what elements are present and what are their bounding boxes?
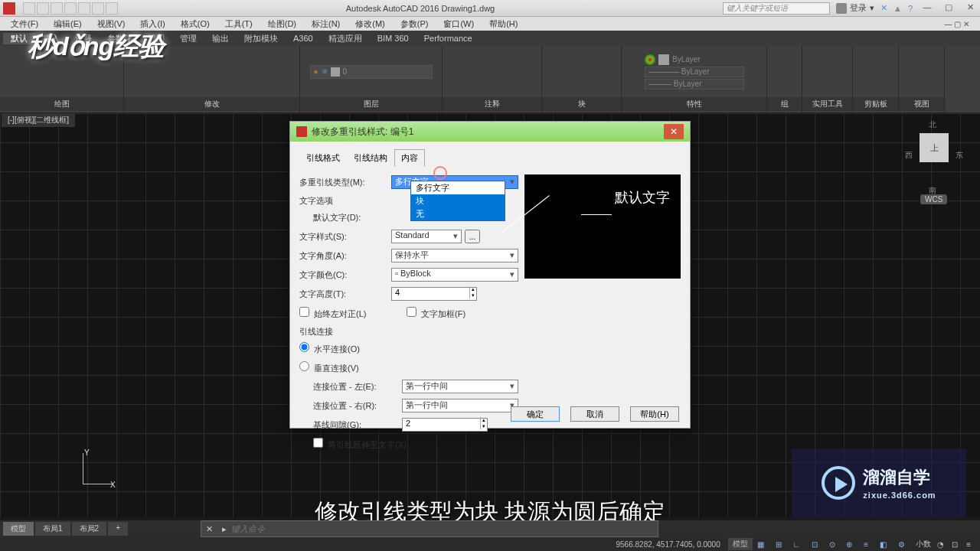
exchange-icon[interactable]: ✕: [880, 3, 887, 13]
spinner-text-height[interactable]: 4: [391, 287, 477, 301]
status-extra[interactable]: ◔ ⊡ ≡: [937, 540, 974, 549]
menu-bar: 文件(F) 编辑(E) 视图(V) 插入(I) 格式(O) 工具(T) 绘图(D…: [0, 17, 980, 31]
label-text-color: 文字颜色(C):: [299, 269, 391, 281]
menu-dim[interactable]: 标注(N): [304, 18, 348, 30]
model-tab[interactable]: 模型: [3, 522, 34, 536]
status-mode[interactable]: 模型: [728, 538, 753, 550]
view-cube[interactable]: 北 西 上 东 南 WCS: [903, 119, 965, 196]
command-bar[interactable]: ✕ ▸: [201, 520, 658, 537]
checkbox-left-align[interactable]: [299, 307, 309, 317]
viewport-label[interactable]: [-][俯视][二维线框]: [2, 113, 75, 127]
ribbon: 绘图 修改 ●❄0图层 注释 块 ByLayer ———— ByLayer ——…: [0, 46, 980, 113]
panel-util[interactable]: 实用工具: [802, 97, 852, 111]
label-pos-right: 连接位置 - 右(R):: [313, 400, 402, 412]
quick-access-toolbar[interactable]: [18, 2, 122, 15]
panel-clip[interactable]: 剪贴板: [853, 97, 898, 111]
command-input[interactable]: [231, 524, 658, 533]
close-button[interactable]: ✕: [960, 2, 980, 15]
ribbon-tab-view[interactable]: 视图: [140, 33, 172, 44]
ribbon-tab-a360[interactable]: A360: [286, 34, 321, 43]
dialog-tabs: 引线格式 引线结构 内容: [299, 149, 690, 167]
layer-dropdown[interactable]: ●❄0: [310, 65, 433, 79]
menu-format[interactable]: 格式(O): [173, 18, 217, 30]
login-button[interactable]: 登录 ▾: [836, 2, 874, 14]
status-scale[interactable]: 小数: [916, 539, 931, 549]
wcs-badge[interactable]: WCS: [920, 194, 947, 204]
app-icon[interactable]: [3, 2, 15, 15]
ok-button[interactable]: 确定: [511, 406, 560, 422]
ribbon-tab-default[interactable]: 默认: [3, 33, 35, 44]
panel-draw[interactable]: 绘图: [0, 97, 123, 111]
panel-modify[interactable]: 修改: [124, 97, 299, 111]
checkbox-frame[interactable]: [407, 307, 416, 317]
tab-leader-structure[interactable]: 引线结构: [347, 149, 394, 167]
help-button[interactable]: 帮助(H): [630, 406, 679, 422]
cmdbar-recent-icon[interactable]: ▸: [217, 524, 231, 534]
ribbon-tab-annotate[interactable]: 注释: [67, 33, 100, 44]
dropdown-text-angle[interactable]: 保持水平: [391, 249, 518, 262]
app-store-icon[interactable]: ▲: [893, 4, 902, 13]
menu-param[interactable]: 参数(P): [393, 18, 436, 30]
ribbon-tab-perf[interactable]: Performance: [416, 34, 480, 43]
status-toggles[interactable]: ▦ ⊞ ∟ ⊡ ⊙ ⊕ ≡ ◧ ⚙: [757, 540, 910, 549]
menu-view[interactable]: 视图(V): [90, 18, 133, 30]
radio-vert-connect[interactable]: [299, 361, 309, 371]
search-input[interactable]: 键入关键字或短语: [723, 2, 830, 15]
spinner-gap[interactable]: 2: [402, 418, 488, 432]
label-text-height: 文字高度(T):: [299, 289, 391, 300]
panel-viewgrp[interactable]: 视图: [899, 97, 944, 111]
menu-insert[interactable]: 插入(I): [132, 18, 172, 30]
dropdown-list-open[interactable]: 多行文字 块 无: [410, 181, 505, 221]
dialog-title-bar[interactable]: 修改多重引线样式: 编号1 ✕: [290, 122, 690, 142]
minimize-button[interactable]: —: [917, 2, 937, 15]
tab-leader-format[interactable]: 引线格式: [299, 149, 347, 167]
ribbon-tab-manage[interactable]: 管理: [172, 33, 204, 44]
panel-annotate[interactable]: 注释: [443, 97, 541, 111]
dd-option-mtext[interactable]: 多行文字: [411, 181, 505, 194]
dropdown-pos-right[interactable]: 第一行中间: [402, 399, 518, 412]
help-icon[interactable]: ?: [908, 4, 913, 13]
cancel-button[interactable]: 取消: [570, 406, 619, 422]
dropdown-pos-left[interactable]: 第一行中间: [402, 380, 518, 393]
menu-file[interactable]: 文件(F): [3, 18, 46, 30]
panel-group[interactable]: 组: [767, 97, 802, 111]
coords-readout: 9566.8282, 4517.7405, 0.0000: [616, 540, 720, 549]
cmdbar-close-icon[interactable]: ✕: [201, 524, 217, 534]
ribbon-tab-output[interactable]: 输出: [204, 33, 237, 44]
menu-help[interactable]: 帮助(H): [482, 18, 525, 30]
ribbon-tabs: 默认 插入 注释 参数化 视图 管理 输出 附加模块 A360 精选应用 BIM…: [0, 31, 980, 46]
checkbox-extend[interactable]: [313, 438, 323, 448]
layout1-tab[interactable]: 布局1: [35, 522, 70, 536]
mdi-controls[interactable]: — ▢ ✕: [936, 20, 977, 28]
radio-horiz-connect[interactable]: [299, 342, 309, 352]
label-gap: 基线间隙(G):: [313, 419, 402, 431]
dropdown-text-color[interactable]: ▫ ByBlock: [391, 268, 518, 282]
ribbon-tab-addins[interactable]: 附加模块: [237, 33, 286, 44]
dd-option-block[interactable]: 块: [411, 194, 505, 207]
mleader-style-dialog: 修改多重引线样式: 编号1 ✕ 引线格式 引线结构 内容 多重引线类型(M): …: [289, 121, 691, 429]
ribbon-tab-param[interactable]: 参数化: [100, 33, 140, 44]
ribbon-tab-featured[interactable]: 精选应用: [321, 33, 370, 44]
dialog-icon: [296, 126, 307, 137]
panel-props[interactable]: 特性: [622, 97, 766, 111]
panel-layer[interactable]: 图层: [300, 97, 442, 111]
group-leader-connect: 引线连接: [299, 326, 518, 337]
ribbon-tab-bim[interactable]: BIM 360: [370, 34, 416, 43]
menu-window[interactable]: 窗口(W): [436, 18, 482, 30]
tab-content[interactable]: 内容: [394, 149, 425, 167]
ribbon-tab-insert[interactable]: 插入: [35, 33, 67, 44]
dialog-close-button[interactable]: ✕: [664, 124, 684, 139]
panel-block[interactable]: 块: [542, 97, 621, 111]
menu-modify[interactable]: 修改(M): [348, 18, 393, 30]
add-layout-tab[interactable]: +: [108, 522, 128, 536]
label-pos-left: 连接位置 - 左(E):: [313, 381, 402, 393]
dropdown-text-style[interactable]: Standard: [391, 230, 462, 243]
menu-tools[interactable]: 工具(T): [217, 18, 260, 30]
menu-draw[interactable]: 绘图(D): [260, 18, 304, 30]
brand-watermark: 溜溜自学zixue.3d66.com: [792, 448, 966, 517]
browse-style-button[interactable]: ...: [465, 230, 480, 243]
dd-option-none[interactable]: 无: [411, 207, 505, 220]
layout2-tab[interactable]: 布局2: [72, 522, 107, 536]
menu-edit[interactable]: 编辑(E): [46, 18, 90, 30]
maximize-button[interactable]: ▢: [939, 2, 959, 15]
